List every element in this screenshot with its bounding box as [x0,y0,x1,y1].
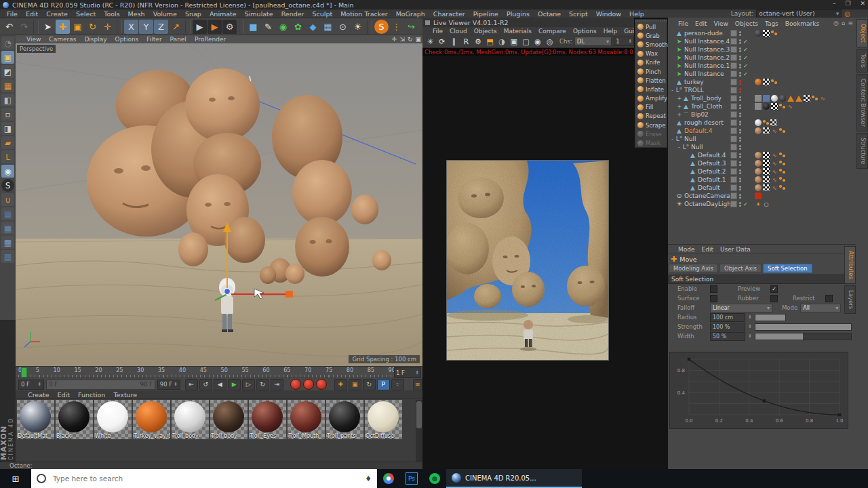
object-state-column[interactable] [730,30,749,37]
octane-tag-icon[interactable] [787,96,794,102]
object-row[interactable]: ▲rough desert [668,119,856,127]
object-row[interactable]: ➤Null Instance.1✓ [668,62,856,70]
display-tag-icon[interactable] [779,176,785,183]
object-row[interactable]: ➤Null Instance✓ [668,70,856,78]
undo-icon[interactable]: ↶ [2,20,16,34]
workplane-mode-icon[interactable]: ◧ [1,94,14,106]
menu-options[interactable]: Options [570,28,600,35]
taskbar-search[interactable]: ♦ [31,469,377,488]
cinema4d-taskbar-button[interactable]: CINEMA 4D R20.05... [446,469,582,488]
material-tag-icon[interactable] [755,79,762,85]
goto-end-button[interactable]: ⇥ [271,379,283,390]
preview-checkbox[interactable]: ✓ [770,285,778,293]
object-name[interactable]: Troll_body [691,95,722,102]
sculpt-tool-wax[interactable]: Wax [635,49,667,58]
menu-tools[interactable]: Tools [100,10,123,18]
sculpt-tool-flatten[interactable]: Flatten [635,76,667,85]
add-primitive-cube-icon[interactable]: ■ [246,20,260,34]
region-render-icon-icon[interactable]: R [461,36,471,47]
sculpt-tool-smooth[interactable]: Smooth [635,40,667,49]
object-state-column[interactable] [730,95,749,102]
object-row[interactable]: +⌒Bip02 [668,110,856,119]
deformer-tag-icon[interactable]: ∿ [771,160,778,167]
object-row[interactable]: ➤Null Instance.2✓ [668,54,856,62]
deformer-tag-icon[interactable]: ∿ [771,184,778,191]
object-row[interactable]: ▲Default.4∿ [668,151,856,159]
menu-edit[interactable]: Edit [698,246,717,253]
surface-checkbox[interactable] [710,295,717,302]
layout-dropdown[interactable]: octane-vert (User)▾ [756,9,842,18]
film-region-icon-icon[interactable]: ▣ [509,36,519,47]
panel-tab-content-browser[interactable]: Content Browser [856,74,868,131]
render-output-image[interactable] [446,160,609,361]
object-state-column[interactable]: ✓ [730,38,749,45]
menu-view[interactable]: View [22,36,45,43]
menu-edit[interactable]: Edit [54,391,74,399]
polygons-mode-icon[interactable]: ▰ [1,136,14,149]
texture-tag-icon[interactable] [763,79,770,85]
deformer-tag-icon[interactable]: ∿ [771,127,778,134]
texture-tag-icon[interactable] [763,160,770,167]
octane-xyz-dots-icon[interactable]: ⋮ [389,20,403,34]
live-viewer-titlebar[interactable]: Live Viewer V4.01.1-R2 [422,18,634,27]
menu-animate[interactable]: Animate [205,10,241,18]
material-tag-icon[interactable] [755,30,762,37]
snap-settings-icon[interactable]: S [1,179,14,192]
om-home-icon[interactable]: ⌂ [842,20,846,26]
texture-tag-icon[interactable] [763,30,770,37]
om-search-icon[interactable]: ◎ [833,20,839,26]
falloff-curve-editor[interactable]: 0.00.20.40.60.81.00.40.8 [669,352,848,429]
object-row[interactable]: ▲Default.2∿ [668,167,856,176]
timeline-playhead[interactable] [21,367,27,378]
menu-character[interactable]: Character [429,10,469,18]
menu-create[interactable]: Create [24,391,54,399]
material-tag-icon[interactable] [779,95,786,102]
menu-help[interactable]: Help [600,28,621,35]
clay-mode-icon-icon[interactable]: ▢ [521,36,531,47]
frame-step-field[interactable]: 1 F⬍ [394,367,421,378]
material-thumbnail[interactable]: OctDiffuse [365,400,402,439]
render-view-icon[interactable]: ▶ [193,20,207,34]
menu-panel[interactable]: Panel [166,36,191,43]
texture-tag-icon[interactable] [763,152,770,159]
material-preview-icon-icon[interactable]: ◑ [497,36,507,47]
octane-tag-icon[interactable] [795,96,802,102]
workplane-lock-icon[interactable]: ▦ [1,207,14,220]
sculpt-tool-fill[interactable]: Fill [635,103,667,112]
panel-tab-tools[interactable]: Tools [856,49,868,73]
phong-tag-icon[interactable] [755,103,762,110]
timeline[interactable]: 051015202530354045505560657075808590 1 F… [16,366,422,378]
material-tag-icon[interactable] [755,184,762,191]
menu-materials[interactable]: Materials [500,28,535,35]
last-tool-icon[interactable]: ✛ [100,20,115,34]
maximize-button[interactable]: ❐ [845,0,850,7]
display-tag-icon[interactable] [771,30,777,37]
object-state-column[interactable] [730,144,749,150]
display-tag-icon[interactable] [779,127,785,134]
object-state-column[interactable] [730,160,749,167]
menu-select[interactable]: Select [72,10,100,18]
phong-tag-icon[interactable] [755,95,762,102]
toggle-view-icon[interactable]: ▣ [415,36,421,43]
texture-tag-icon[interactable] [804,95,810,102]
deformer-tag-icon[interactable]: ∿ [771,152,778,159]
object-name[interactable]: OctaneCamera [684,192,730,199]
render-picture-viewer-icon[interactable]: ▶ [208,20,222,34]
texture-tag-icon[interactable] [763,176,770,183]
menu-cloud[interactable]: Cloud [446,28,471,35]
object-name[interactable]: Null Instance.2 [684,54,730,61]
tab-object-axis[interactable]: Object Axis [719,264,762,273]
object-row[interactable]: +▲Troll_body∿ [668,94,856,102]
deformers-icon[interactable]: ✿ [291,20,305,34]
texture-mode-icon[interactable]: ▦ [1,79,14,92]
magnet-icon[interactable]: ∪ [1,193,14,206]
falloff-dropdown[interactable]: Linear▾ [710,304,772,312]
material-thumbnail[interactable]: Troll-body [210,400,248,439]
object-state-column[interactable] [730,168,749,175]
menu-simulate[interactable]: Simulate [241,10,277,18]
object-name[interactable]: Default [698,184,720,191]
menu-user-data[interactable]: User Data [717,246,754,253]
display-tag-icon[interactable] [779,103,785,110]
tweak-mode-icon[interactable]: ◉ [1,165,14,178]
weight-tag-icon[interactable] [763,95,770,102]
